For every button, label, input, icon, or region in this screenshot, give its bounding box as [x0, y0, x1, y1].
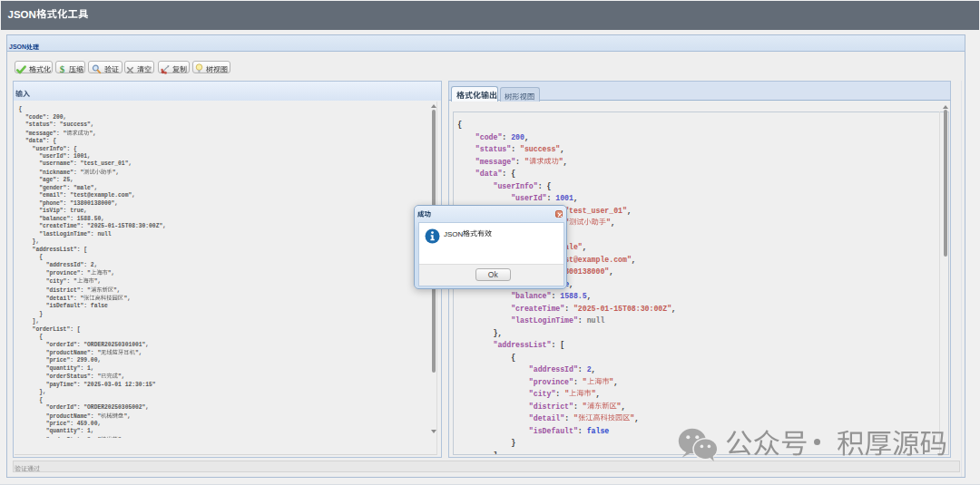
- svg-text:$: $: [59, 63, 64, 74]
